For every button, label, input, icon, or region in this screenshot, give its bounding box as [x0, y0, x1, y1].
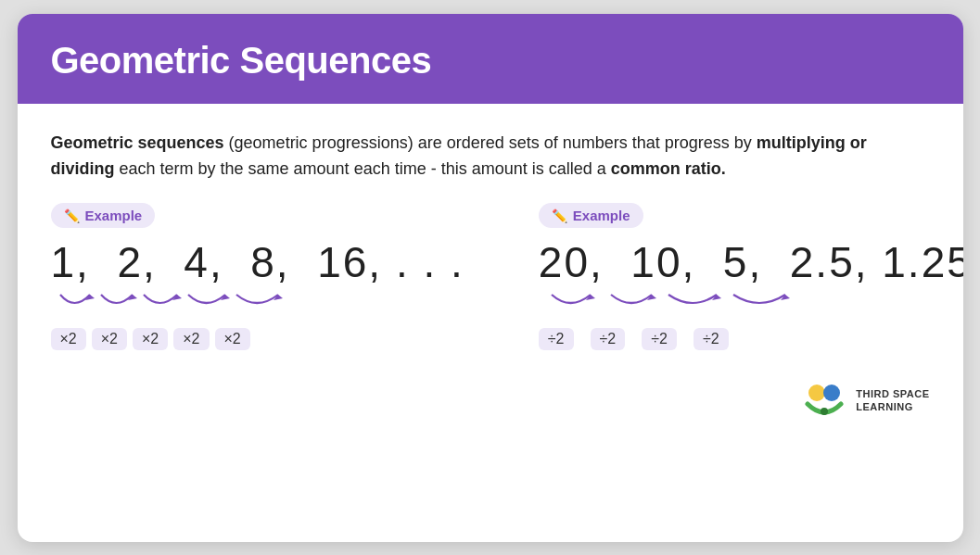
- mult-badge: ×2: [133, 328, 168, 350]
- intro-text: Geometric sequences (geometric progressi…: [51, 130, 930, 183]
- card-body: Geometric sequences (geometric progressi…: [18, 104, 963, 370]
- div-badge: ÷2: [591, 328, 626, 350]
- example-label-1: Example: [85, 208, 143, 223]
- tsl-brand-text: THIRD SPACELEARNING: [856, 387, 929, 414]
- intro-normal-1: (geometric progressions) are ordered set…: [224, 133, 757, 152]
- mult-badge: ×2: [51, 328, 86, 350]
- multipliers-2: ÷2 ÷2 ÷2 ÷2: [539, 328, 963, 350]
- sequence-1: 1, 2, 4, 8, 16, . . .: [51, 237, 465, 287]
- intro-bold-3: common ratio.: [611, 159, 726, 178]
- arrows-1: [51, 291, 465, 321]
- card-header: Geometric Sequences: [18, 14, 963, 104]
- mult-badge: ×2: [215, 328, 250, 350]
- svg-point-11: [821, 408, 828, 415]
- svg-point-10: [823, 385, 840, 401]
- mult-badge: ×2: [92, 328, 127, 350]
- intro-bold-1: Geometric sequences: [51, 133, 224, 152]
- svg-point-9: [808, 385, 825, 401]
- footer: THIRD SPACELEARNING: [18, 369, 963, 439]
- card: Geometric Sequences Geometric sequences …: [18, 14, 963, 542]
- example-block-1: ✏️ Example 1, 2, 4, 8, 16, . . .: [51, 203, 465, 350]
- mult-badge: ×2: [173, 328, 209, 350]
- tsl-logo-icon: [802, 378, 846, 423]
- example-badge-1: ✏️ Example: [51, 203, 156, 228]
- pencil-icon-1: ✏️: [64, 208, 80, 223]
- div-badge: ÷2: [694, 328, 729, 350]
- tsl-logo: THIRD SPACELEARNING: [802, 378, 929, 423]
- page-title: Geometric Sequences: [51, 40, 930, 82]
- examples-row: ✏️ Example 1, 2, 4, 8, 16, . . .: [51, 203, 930, 350]
- intro-normal-2: each term by the same amount each time -…: [115, 159, 611, 178]
- div-badge: ÷2: [642, 328, 677, 350]
- div-badge: ÷2: [539, 328, 574, 350]
- multipliers-1: ×2 ×2 ×2 ×2 ×2: [51, 328, 465, 350]
- pencil-icon-2: ✏️: [552, 208, 567, 223]
- arrows-2: [539, 291, 963, 321]
- example-badge-2: ✏️ Example: [539, 203, 643, 228]
- example-block-2: ✏️ Example 20, 10, 5, 2.5, 1.25: [539, 203, 963, 350]
- sequence-2: 20, 10, 5, 2.5, 1.25: [539, 237, 963, 287]
- example-label-2: Example: [573, 208, 630, 223]
